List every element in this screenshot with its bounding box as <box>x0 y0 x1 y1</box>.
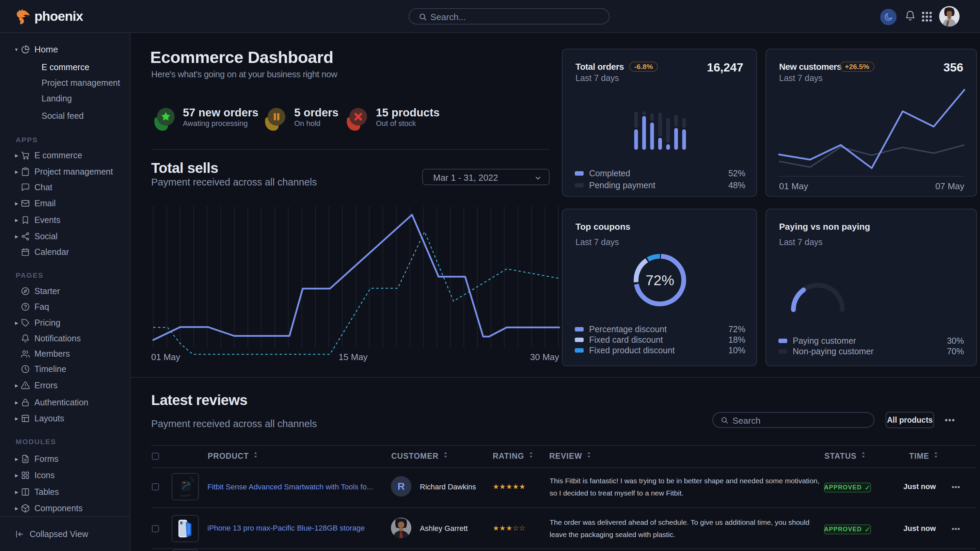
svg-text:01 May: 01 May <box>779 181 808 191</box>
svg-text:30 May: 30 May <box>530 352 559 362</box>
svg-text:72%: 72% <box>646 272 674 288</box>
svg-text:01 May: 01 May <box>151 352 180 362</box>
svg-text:07 May: 07 May <box>935 181 964 191</box>
svg-text:15 May: 15 May <box>339 352 368 362</box>
